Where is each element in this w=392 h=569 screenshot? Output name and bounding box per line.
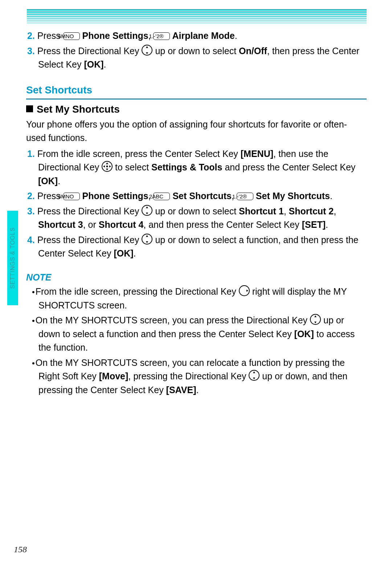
bold: Shortcut 1 [239, 206, 284, 216]
text: . [330, 191, 332, 201]
bold: [MENU] [241, 149, 273, 159]
dpad-right-icon [239, 285, 250, 296]
step-item: 3. Press the Directional Key up or down … [27, 205, 367, 232]
text: . [58, 176, 60, 186]
text: , and then press the Center Select Key [143, 219, 302, 230]
bold: Shortcut 4 [99, 219, 144, 230]
key-2-icon: 2ABC [153, 193, 170, 200]
text: , [284, 206, 289, 216]
step-item: 1. From the idle screen, press the Cente… [27, 147, 367, 188]
text: Press the Directional Key [37, 46, 142, 56]
dpad-all-icon [102, 161, 113, 172]
side-tab: SETTINGS & TOOLS [7, 211, 18, 305]
bullet-icon: • [32, 359, 35, 368]
stripe [27, 16, 367, 17]
subheading-text: Set My Shortcuts [37, 104, 120, 115]
key-1-icon: 1.-’2® [237, 193, 253, 200]
bold: Settings & Tools [151, 162, 222, 172]
step-number: 2. [27, 191, 35, 201]
bold: [OK] [114, 248, 133, 258]
set-my-shortcuts-steps: 1. From the idle screen, press the Cente… [27, 147, 367, 261]
text: up or down to select [152, 206, 239, 216]
note-item: •On the MY SHORTCUTS screen, you can pre… [29, 314, 367, 355]
step-number: 1. [27, 149, 35, 159]
text: to select [113, 162, 151, 172]
step-number: 3. [27, 206, 35, 216]
intro-paragraph: Your phone offers you the option of assi… [26, 118, 367, 145]
note-item: •From the idle screen, pressing the Dire… [29, 285, 367, 312]
bold: [Move] [99, 371, 128, 381]
text: , [334, 206, 336, 216]
stripe [27, 9, 367, 11]
dpad-updown-icon [142, 234, 152, 245]
key-6-icon: 6MNO [63, 32, 80, 40]
side-tab-label: SETTINGS & TOOLS [9, 227, 16, 288]
bold: [SET] [302, 219, 326, 230]
text: Press the Directional Key [37, 206, 142, 216]
note-list: •From the idle screen, pressing the Dire… [26, 285, 367, 397]
dpad-updown-icon [249, 370, 260, 381]
stripe [27, 13, 367, 15]
bold: Airplane Mode [170, 31, 234, 41]
step-item: 2. Press 6MNO Phone Settings, 2ABC Set S… [27, 189, 367, 203]
bold: Set My Shortcuts [253, 191, 330, 201]
text: On the MY SHORTCUTS screen, you can pres… [36, 315, 310, 325]
header-stripes [27, 9, 367, 24]
dpad-updown-icon [310, 314, 321, 325]
dpad-updown-icon [142, 205, 152, 216]
bold: [OK] [84, 59, 103, 69]
step-item: 3. Press the Directional Key up or down … [27, 44, 367, 72]
text: . [134, 248, 136, 258]
bullet-icon: • [32, 287, 35, 296]
stripe [27, 20, 367, 21]
step-number: 4. [27, 235, 35, 245]
manual-page: SETTINGS & TOOLS 2. Press 6MNO Phone Set… [0, 0, 392, 569]
step-number: 2. [27, 31, 35, 41]
bullet-icon: • [32, 316, 35, 325]
bold: Shortcut 2 [289, 206, 334, 216]
text: . [326, 219, 328, 230]
text: . [196, 385, 199, 395]
text: From the idle screen, pressing the Direc… [36, 286, 239, 296]
key-1-icon: 1.-’2® [153, 32, 170, 40]
text: . [235, 31, 237, 41]
dpad-updown-icon [142, 45, 152, 56]
bold: Set Shortcuts [170, 191, 231, 201]
page-content: 2. Press 6MNO Phone Settings, 1.-’2® Air… [26, 29, 367, 398]
bold: [SAVE] [166, 385, 196, 395]
key-6-icon: 6MNO [63, 193, 80, 200]
text: up or down to select [152, 46, 239, 56]
bold: [OK] [38, 176, 58, 186]
text: From the idle screen, press the Center S… [37, 149, 241, 159]
section-heading: Set Shortcuts [26, 82, 367, 100]
note-heading: NOTE [26, 271, 367, 284]
page-number: 158 [14, 545, 27, 554]
bold: Phone Settings [80, 191, 148, 201]
bold: Shortcut 3 [38, 219, 83, 230]
bold: Phone Settings [80, 31, 148, 41]
subsection-heading: Set My Shortcuts [26, 102, 367, 117]
stripe [27, 22, 367, 24]
text: . [104, 59, 106, 69]
step-item: 2. Press 6MNO Phone Settings, 1.-’2® Air… [27, 29, 367, 43]
stripe [27, 18, 367, 19]
square-bullet-icon [26, 105, 33, 112]
step-number: 3. [27, 46, 35, 56]
stripe [27, 11, 367, 13]
text: and press the Center Select Key [222, 162, 355, 172]
bold: [OK] [294, 329, 314, 339]
text: , or [83, 219, 99, 230]
text: Press the Directional Key [37, 235, 142, 245]
step-item: 4. Press the Directional Key up or down … [27, 233, 367, 261]
bold: On/Off [239, 46, 267, 56]
airplane-mode-steps: 2. Press 6MNO Phone Settings, 1.-’2® Air… [27, 29, 367, 72]
note-item: •On the MY SHORTCUTS screen, you can rel… [29, 356, 367, 397]
text: , pressing the Directional Key [128, 371, 249, 381]
